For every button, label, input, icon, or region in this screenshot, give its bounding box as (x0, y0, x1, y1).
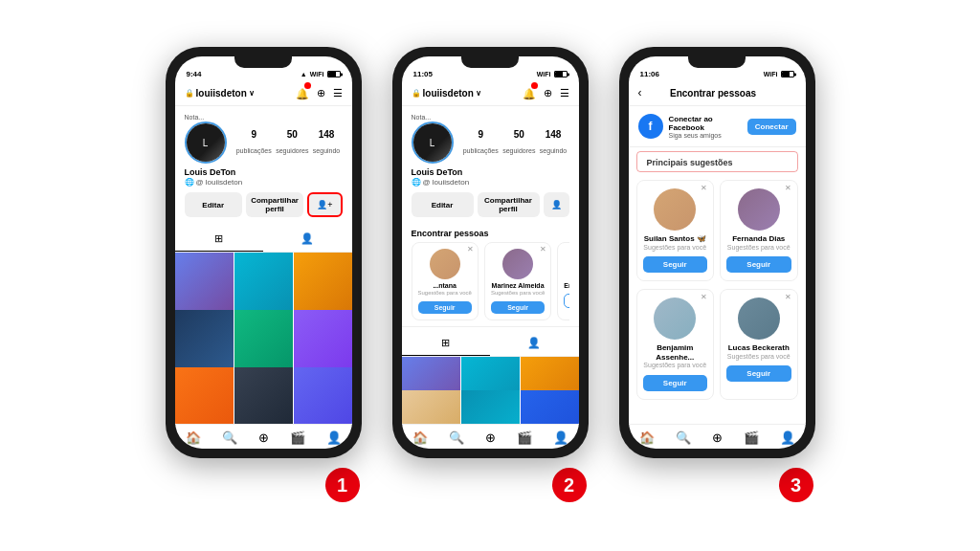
suggestion-row-3-1: ✕ Suilan Santos 🦋 Sugestões para você Se… (629, 176, 806, 285)
app-content-2: 🔒 louiisdeton ∨ 🔔 ⊕ ☰ (402, 80, 579, 449)
add-icon-1[interactable]: ⊕ (317, 87, 325, 99)
edit-button-2[interactable]: Editar (412, 192, 474, 217)
note-label-2: Nota... (412, 114, 569, 121)
seguir-btn-3-1[interactable]: Seguir (643, 256, 708, 273)
nav-home-3[interactable]: 🏠 (639, 430, 655, 445)
close-btn-3-4[interactable]: ✕ (785, 293, 791, 301)
profile-top-1: L 9 publicações 50 seguidores (185, 121, 343, 164)
avatar-1: L (185, 121, 227, 164)
notification-icon-2[interactable]: 🔔 (523, 84, 536, 101)
phone-2: 11:05 WiFi 🔒 louiisdeton ∨ (392, 47, 589, 458)
suggestion-card-3-3: ✕ Benjamim Assenhe... Sugestões para voc… (636, 289, 715, 400)
notification-icon-1[interactable]: 🔔 (296, 84, 309, 101)
nav-add-1[interactable]: ⊕ (258, 430, 269, 445)
tab-grid-2[interactable]: ⊞ (402, 331, 491, 356)
person-button-2[interactable]: 👤 (544, 192, 569, 217)
globe-icon-1: 🌐 (185, 178, 194, 187)
sug-avatar-2-2 (502, 249, 533, 279)
close-btn-3-2[interactable]: ✕ (785, 184, 791, 192)
follow-btn-2-2[interactable]: Seguir (491, 301, 545, 314)
profile-name-1: Louis DeTon (185, 167, 343, 177)
status-time-1: 9:44 (187, 70, 202, 78)
note-label-1: Nota... (185, 114, 343, 121)
bottom-nav-3: 🏠 🔍 ⊕ 🎬 👤 (629, 424, 806, 449)
step-badge-2: 2 (550, 466, 589, 504)
nav-search-3[interactable]: 🔍 (676, 430, 691, 445)
header-icons-2: 🔔 ⊕ ☰ (523, 84, 569, 101)
phone-1-wrapper: 9:44 ▲ WiFi 🔒 louiisdeton ∨ (166, 47, 362, 504)
fp-header-title-3: Encontrar pessoas (642, 88, 785, 99)
status-icons-1: ▲ WiFi (301, 71, 341, 77)
profile-handle-1: 🌐 @ louiisdeton (185, 178, 343, 187)
profile-stats-2: 9 publicações 50 seguidores 148 seguindo (461, 129, 569, 157)
follow-btn-2-1[interactable]: Seguir (418, 301, 472, 314)
nav-profile-3[interactable]: 👤 (780, 430, 795, 445)
seguir-btn-3-2[interactable]: Seguir (726, 256, 791, 273)
conectar-button-3[interactable]: Conectar (747, 119, 796, 135)
nav-home-1[interactable]: 🏠 (186, 430, 201, 445)
grid-cell-1-7 (175, 367, 234, 424)
sug-avatar-3-4 (738, 298, 780, 340)
close-btn-3-3[interactable]: ✕ (701, 293, 707, 301)
share-button-1[interactable]: Compartilhar perfil (246, 192, 303, 217)
tab-tagged-2[interactable]: 👤 (490, 331, 579, 356)
nav-search-2[interactable]: 🔍 (449, 430, 464, 445)
status-time-3: 11:06 (640, 70, 659, 78)
person-button-1[interactable]: 👤+ (307, 192, 342, 217)
stat-following-2: 148 seguindo (540, 129, 567, 157)
find-people-section-2: Encontrar pessoas ✕ ...ntana Sugestões p… (402, 223, 579, 327)
nav-reels-2[interactable]: 🎬 (517, 430, 532, 445)
ig-header-2: 🔒 louiisdeton ∨ 🔔 ⊕ ☰ (402, 80, 579, 106)
ver-tudo-btn-2[interactable]: Ver tudo (564, 294, 568, 308)
stat-followers-2: 50 seguidores (502, 129, 535, 157)
profile-stats-1: 9 publicações 50 seguidores 148 seguindo (234, 129, 343, 157)
lock-icon-1: 🔒 (185, 89, 194, 98)
nav-reels-1[interactable]: 🎬 (290, 430, 305, 445)
grid-cell-2-4 (402, 390, 460, 424)
nav-reels-3[interactable]: 🎬 (744, 430, 759, 445)
status-icons-3: WiFi (764, 71, 794, 77)
tab-tagged-1[interactable]: 👤 (263, 227, 352, 252)
seguir-btn-3-4[interactable]: Seguir (726, 365, 791, 382)
sug-name-2-2: Marinez Almeida (491, 282, 545, 290)
edit-button-1[interactable]: Editar (185, 192, 242, 217)
nav-search-1[interactable]: 🔍 (222, 430, 237, 445)
profile-handle-2: 🌐 @ louiisdeton (412, 178, 569, 187)
nav-add-3[interactable]: ⊕ (712, 430, 723, 445)
nav-profile-1[interactable]: 👤 (326, 430, 342, 445)
username-1: 🔒 louiisdeton ∨ (185, 88, 255, 99)
ig-header-1: 🔒 louiisdeton ∨ 🔔 ⊕ ☰ (175, 80, 352, 106)
menu-icon-1[interactable]: ☰ (333, 87, 343, 99)
header-icons-1: 🔔 ⊕ ☰ (296, 84, 343, 101)
phone-3-wrapper: 11:06 WiFi ‹ Encontrar pessoas (619, 47, 815, 504)
avatar-2: L (412, 121, 454, 164)
seguir-btn-3-3[interactable]: Seguir (643, 375, 708, 391)
menu-icon-2[interactable]: ☰ (560, 87, 569, 99)
sug-name-3-2: Fernanda Dias (726, 234, 791, 244)
share-button-2[interactable]: Compartilhar perfil (478, 192, 540, 217)
notch-3 (688, 56, 746, 68)
close-btn-2-1[interactable]: ✕ (467, 245, 474, 253)
close-btn-3-1[interactable]: ✕ (701, 184, 707, 192)
phone-1: 9:44 ▲ WiFi 🔒 louiisdeton ∨ (166, 47, 362, 458)
notch-2 (461, 56, 519, 68)
nav-add-2[interactable]: ⊕ (485, 430, 496, 445)
sug-avatar-3-1 (654, 188, 696, 231)
nav-profile-2[interactable]: 👤 (553, 430, 568, 445)
suggestion-card-3-2: ✕ Fernanda Dias Sugestões para você Segu… (720, 180, 798, 281)
fb-connect-banner-3: f Conectar ao Facebook Siga seus amigos … (629, 106, 806, 147)
profile-section-1: Nota... L 9 publicações (175, 106, 352, 223)
add-icon-2[interactable]: ⊕ (544, 87, 552, 99)
close-btn-2-2[interactable]: ✕ (540, 245, 546, 253)
profile-buttons-1: Editar Compartilhar perfil 👤+ (185, 192, 343, 217)
grid-cell-1-1 (175, 253, 234, 311)
grid-cell-2-5 (461, 390, 520, 424)
fb-connect-sub-3: Siga seus amigos (669, 132, 742, 139)
sug-name-3-4: Lucas Beckerath (726, 343, 791, 353)
tab-grid-1[interactable]: ⊞ (175, 227, 264, 252)
battery-3 (781, 71, 794, 77)
battery-1 (327, 71, 341, 77)
nav-home-2[interactable]: 🏠 (412, 430, 428, 445)
stat-followers-1: 50 seguidores (276, 129, 308, 157)
grid-cell-1-3 (294, 253, 352, 311)
